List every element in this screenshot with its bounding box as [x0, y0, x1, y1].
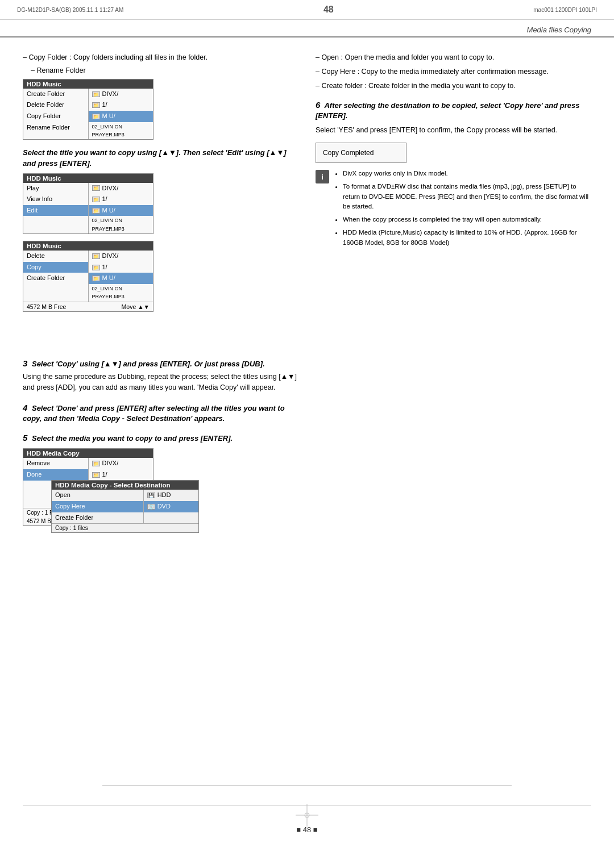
box1-right-mu: 📁M U/	[89, 111, 154, 122]
box3-right-1: 📁1/	[89, 262, 154, 273]
hdd-icon: 💾	[147, 493, 155, 498]
dest-row-copy-here: Copy Here	[52, 501, 143, 512]
step-3-heading: 3 Select 'Copy' using [▲▼] and press [EN…	[23, 357, 298, 369]
step-4-block: 4 Select 'Done' and press [ENTER] after …	[23, 402, 298, 424]
dest-right-hdd: 💾HDD	[144, 490, 198, 501]
dest-right-dvd: 💿DVD	[144, 501, 198, 512]
box2-right-divx: 📁DIVX/	[89, 183, 154, 194]
dest-row-create-folder: Create Folder	[52, 512, 143, 524]
notes-box: i DivX copy works only in Divx model. To…	[316, 169, 591, 251]
hdd-music-box-3-container: HDD Music Delete Copy Create Folder 📁DIV…	[23, 241, 298, 312]
box2-row-viewinfo: View Info	[23, 194, 88, 205]
box2-row-play: Play	[23, 183, 88, 194]
folder-icon-mu3: 📁	[92, 276, 100, 281]
box3-row-create: Create Folder	[23, 273, 88, 284]
step-4-heading: 4 Select 'Done' and press [ENTER] after …	[23, 402, 298, 424]
hdd-music-box-2-title: HDD Music	[23, 174, 153, 183]
media-copy-row-remove: Remove	[23, 458, 88, 469]
hdd-music-box-3-top: HDD Music Delete Copy Create Folder 📁DIV…	[23, 241, 154, 312]
step-4-text: Select 'Done' and press [ENTER] after se…	[23, 404, 285, 423]
step-3-num: 3	[23, 358, 27, 368]
page-title: Media files Copying	[0, 20, 614, 37]
media-copy-right-1: 📁1/	[89, 469, 154, 481]
bullet-create-folder: Create folder : Create folder in the med…	[316, 81, 591, 91]
media-copy-right-divx: 📁DIVX/	[89, 458, 154, 469]
right-column: Open : Open the media and folder you wan…	[316, 52, 591, 533]
step-3-text: Select 'Copy' using [▲▼] and press [ENTE…	[32, 360, 265, 368]
folder-icon-14: 📁	[92, 472, 100, 478]
dest-row-open: Open	[52, 490, 143, 501]
note-1: DivX copy works only in Divx model.	[343, 169, 591, 179]
content-area: Copy Folder : Copy folders including all…	[0, 47, 614, 539]
left-column: Copy Folder : Copy folders including all…	[23, 52, 298, 533]
dvd-icon: 💿	[147, 504, 155, 510]
box3-row-delete: Delete	[23, 251, 88, 262]
step-5-boxes-container: HDD Media Copy Remove Done 📁DIVX/ 📁1/ 📁M…	[23, 448, 298, 526]
header-right: mac001 1200DPI 100LPI	[533, 7, 597, 13]
note-2: To format a DVD±RW disc that contains me…	[343, 182, 591, 212]
step-3-body: Using the same procedure as Dubbing, rep…	[23, 372, 298, 394]
page-footer: ■ 48 ■	[0, 825, 614, 834]
folder-icon-13: 📁	[92, 265, 100, 270]
bullet-copy-here: Copy Here : Copy to the media immediatel…	[316, 66, 591, 77]
step-6-body: Select 'YES' and press [ENTER] to confir…	[316, 125, 591, 136]
select-dest-title: HDD Media Copy - Select Destination	[52, 481, 198, 490]
folder-icon-divx: 📁	[92, 91, 100, 97]
note-4: HDD Media (Picture,Music) capacity is li…	[343, 228, 591, 248]
page-number: ■ 48 ■	[296, 825, 317, 834]
instruction-1: Select the title you want to copy using …	[23, 148, 298, 168]
folder-icon-divx3: 📁	[92, 253, 100, 259]
header-page: 48	[323, 5, 334, 15]
box2-right-1: 📁1/	[89, 194, 154, 205]
header-left: DG-M12D1P-SA(GB) 2005.11.1 11:27 AM	[17, 7, 123, 13]
box3-right-mu: 📁M U/	[89, 273, 154, 284]
step-5-num: 5	[23, 433, 27, 443]
box1-row-delete-folder: Delete Folder	[23, 99, 88, 111]
hdd-music-box-1-title: HDD Music	[23, 80, 153, 89]
hdd-music-box-2: HDD Music Play View Info Edit 📁DIVX/ 📁1/…	[23, 173, 154, 235]
bullet-copy-folder: Copy Folder : Copy folders including all…	[23, 52, 298, 63]
step-5-text: Select the media you want to copy to and…	[32, 434, 233, 443]
box1-right-1: 📁1/	[89, 99, 154, 111]
box3-move: Move ▲▼	[122, 303, 150, 310]
step-4-num: 4	[23, 403, 27, 412]
box1-row-create-folder: Create Folder	[23, 89, 88, 100]
page-header: DG-M12D1P-SA(GB) 2005.11.1 11:27 AM 48 m…	[0, 0, 614, 20]
footer-hline-top	[102, 785, 512, 786]
step-5-heading: 5 Select the media you want to copy to a…	[23, 432, 298, 444]
step-6-num: 6	[316, 100, 320, 110]
hdd-media-copy-title: HDD Media Copy	[23, 449, 153, 458]
box1-right-divx: 📁DIVX/	[89, 89, 154, 100]
info-icon: i	[316, 170, 329, 183]
box1-row-rename-folder: Rename Folder	[23, 122, 88, 133]
box2-right-mp3: 02_LIVIN ON PRAYER.MP3	[89, 216, 154, 233]
step-6-block: 6 After selecting the destination to be …	[316, 99, 591, 136]
notes-list: DivX copy works only in Divx model. To f…	[334, 169, 591, 251]
step-5-block: 5 Select the media you want to copy to a…	[23, 432, 298, 526]
folder-icon-1: 📁	[92, 102, 100, 108]
box1-row-copy-folder: Copy Folder	[23, 111, 88, 122]
step-3-block: 3 Select 'Copy' using [▲▼] and press [EN…	[23, 357, 298, 394]
box3-right-divx: 📁DIVX/	[89, 251, 154, 262]
copy-completed-text: Copy Completed	[323, 149, 374, 157]
hdd-music-box-1: HDD Music Create Folder Delete Folder Co…	[23, 79, 154, 140]
select-destination-box: HDD Media Copy - Select Destination Open…	[51, 480, 199, 533]
folder-icon-divx4: 📁	[92, 461, 100, 466]
box1-right-mp3: 02_LIVIN ON PRAYER.MP3	[89, 122, 154, 140]
dest-copy-status: Copy : 1 files	[52, 523, 198, 532]
copy-completed-box: Copy Completed	[316, 143, 406, 163]
box3-status: 4572 M B Free Move ▲▼	[23, 302, 153, 311]
hdd-music-box-3-top-title: HDD Music	[23, 241, 153, 251]
folder-icon-mu2: 📁	[92, 208, 100, 214]
folder-icon-divx2: 📁	[92, 185, 100, 191]
step-6-text: After selecting the destination to be co…	[316, 101, 580, 120]
folder-icon-12: 📁	[92, 197, 100, 202]
bullet-rename-folder: – Rename Folder	[23, 66, 298, 74]
box3-row-copy: Copy	[23, 262, 88, 273]
box2-row-edit: Edit	[23, 205, 88, 216]
bullet-open: Open : Open the media and folder you wan…	[316, 52, 591, 63]
step-6-heading: 6 After selecting the destination to be …	[316, 99, 591, 121]
media-copy-row-done: Done	[23, 469, 88, 481]
box3-free: 4572 M B Free	[27, 303, 66, 310]
folder-icon-mu: 📁	[92, 114, 100, 119]
